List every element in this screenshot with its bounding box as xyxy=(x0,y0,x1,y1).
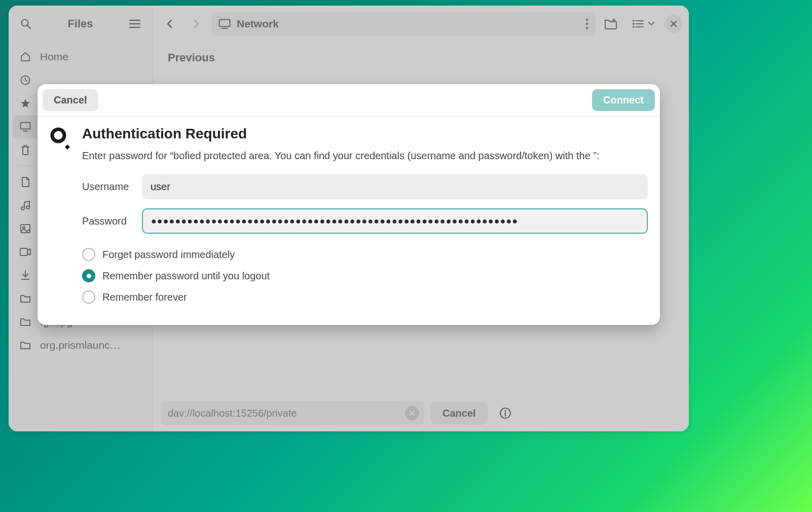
more-icon[interactable] xyxy=(585,18,588,29)
dialog-header: Cancel Connect xyxy=(38,84,660,117)
radio-indicator xyxy=(82,269,95,282)
chevron-left-icon xyxy=(165,19,174,28)
cancel-connect-button[interactable]: Cancel xyxy=(430,402,488,425)
list-view-icon xyxy=(632,19,644,28)
folder-icon xyxy=(19,292,32,305)
username-input[interactable] xyxy=(142,174,648,199)
close-button[interactable] xyxy=(665,15,683,33)
search-button[interactable] xyxy=(15,13,37,35)
key-icon xyxy=(50,127,73,150)
svg-point-22 xyxy=(633,23,635,25)
image-icon xyxy=(19,222,32,235)
close-icon xyxy=(670,20,677,27)
toolbar: Network xyxy=(153,6,689,42)
monitor-icon xyxy=(218,19,231,29)
svg-point-15 xyxy=(586,19,588,21)
location-label: Network xyxy=(237,18,279,30)
view-mode-button[interactable] xyxy=(626,13,660,35)
radio-label: Remember forever xyxy=(102,291,187,303)
chevron-right-icon xyxy=(192,19,201,28)
info-button[interactable] xyxy=(494,402,516,424)
sidebar-item-label: org.prismlaunc… xyxy=(40,339,121,351)
star-icon xyxy=(19,97,32,110)
remember-radio-group: Forget password immediatelyRemember pass… xyxy=(82,244,648,308)
connect-bar: Cancel xyxy=(153,395,689,431)
clock-icon xyxy=(19,74,32,87)
sidebar-item-label: Home xyxy=(40,51,68,63)
download-icon xyxy=(19,269,32,282)
svg-rect-12 xyxy=(20,248,27,255)
svg-point-16 xyxy=(586,23,588,25)
music-icon xyxy=(19,199,32,212)
back-button[interactable] xyxy=(159,13,181,35)
auth-dialog: Cancel Connect Authentication Required E… xyxy=(38,84,660,325)
info-icon xyxy=(499,407,511,419)
new-folder-icon xyxy=(604,18,617,29)
remember-option-1[interactable]: Remember password until you logout xyxy=(82,265,648,286)
sidebar-item-folder-org-prismlaunc-[interactable]: org.prismlaunc… xyxy=(13,334,148,357)
clear-icon xyxy=(409,410,415,416)
remember-option-2[interactable]: Remember forever xyxy=(82,286,648,308)
location-bar[interactable]: Network xyxy=(211,12,596,36)
hamburger-button[interactable] xyxy=(124,13,146,35)
address-input-wrap[interactable] xyxy=(161,401,424,425)
hamburger-icon xyxy=(129,19,140,28)
new-folder-button[interactable] xyxy=(600,13,622,35)
clear-button[interactable] xyxy=(405,406,419,420)
radio-label: Forget password immediately xyxy=(102,249,235,261)
password-input[interactable] xyxy=(142,208,648,234)
dialog-cancel-button[interactable]: Cancel xyxy=(43,89,98,111)
folder-icon xyxy=(19,315,32,328)
svg-line-1 xyxy=(27,25,30,28)
password-label: Password xyxy=(82,215,133,227)
svg-point-31 xyxy=(504,410,506,412)
username-label: Username xyxy=(82,181,133,193)
folder-icon xyxy=(19,339,32,352)
video-icon xyxy=(19,245,32,259)
svg-point-33 xyxy=(52,129,64,141)
section-title: Previous xyxy=(168,51,674,64)
radio-indicator xyxy=(82,290,95,304)
sidebar-title: Files xyxy=(41,17,120,30)
svg-point-17 xyxy=(586,27,588,29)
radio-indicator xyxy=(82,248,95,261)
monitor-icon xyxy=(19,120,32,133)
chevron-down-icon xyxy=(648,22,654,26)
dialog-connect-button[interactable]: Connect xyxy=(592,89,655,111)
doc-icon xyxy=(19,175,32,189)
address-input[interactable] xyxy=(168,408,405,419)
radio-label: Remember password until you logout xyxy=(102,270,270,282)
svg-rect-10 xyxy=(21,225,30,233)
search-icon xyxy=(20,18,32,30)
home-icon xyxy=(19,50,32,63)
svg-rect-13 xyxy=(219,20,230,27)
forward-button[interactable] xyxy=(185,13,207,35)
remember-option-0[interactable]: Forget password immediately xyxy=(82,244,648,265)
svg-rect-6 xyxy=(21,123,30,129)
sidebar-item-home-home[interactable]: Home xyxy=(13,45,148,68)
dialog-description: Enter password for “bofied protected are… xyxy=(82,150,648,162)
svg-point-24 xyxy=(633,26,635,28)
svg-point-20 xyxy=(633,20,635,22)
trash-icon xyxy=(19,143,32,157)
dialog-title: Authentication Required xyxy=(82,126,648,142)
